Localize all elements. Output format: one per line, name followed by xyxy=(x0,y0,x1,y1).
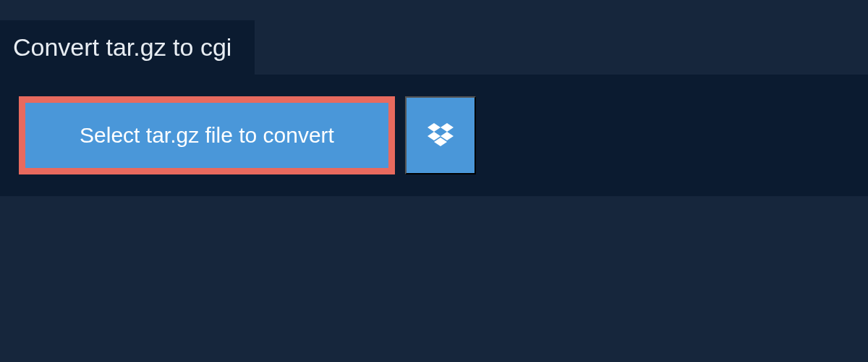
page-title: Convert tar.gz to cgi xyxy=(13,33,231,62)
button-row: Select tar.gz file to convert xyxy=(19,96,849,174)
file-select-panel: Select tar.gz file to convert xyxy=(0,75,868,196)
header-tab: Convert tar.gz to cgi xyxy=(0,20,255,75)
dropbox-button[interactable] xyxy=(405,96,476,174)
select-file-button[interactable]: Select tar.gz file to convert xyxy=(19,96,395,174)
dropbox-icon xyxy=(427,123,454,148)
select-file-label: Select tar.gz file to convert xyxy=(80,123,334,148)
